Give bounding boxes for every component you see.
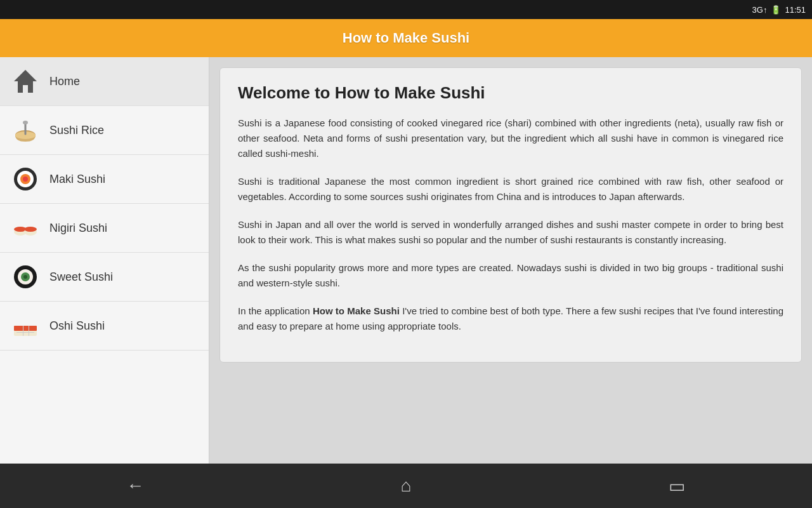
sidebar-label-nigiri-sushi: Nigiri Sushi: [49, 222, 107, 235]
content-paragraph-4: As the sushi popularity grows more and m…: [238, 260, 783, 291]
svg-rect-18: [14, 326, 37, 331]
content-paragraph-5: In the application How to Make Sushi I'v…: [238, 304, 783, 334]
sidebar: Home Sushi Rice: [0, 57, 209, 464]
svg-marker-0: [14, 70, 37, 93]
sidebar-item-maki-sushi[interactable]: Maki Sushi: [0, 155, 209, 204]
sidebar-item-oshi-sushi[interactable]: Oshi Sushi: [0, 302, 209, 351]
sweet-icon: [10, 262, 41, 292]
content-area: Welcome to How to Make Sushi Sushi is a …: [209, 57, 812, 464]
svg-rect-19: [16, 332, 34, 333]
sidebar-item-home[interactable]: Home: [0, 57, 209, 106]
svg-rect-20: [23, 326, 23, 336]
sidebar-item-sushi-rice[interactable]: Sushi Rice: [0, 106, 209, 155]
home-icon: [10, 66, 41, 97]
recent-button[interactable]: ▭: [652, 470, 702, 502]
svg-point-12: [24, 227, 37, 232]
svg-point-4: [23, 121, 28, 124]
sidebar-label-sushi-rice: Sushi Rice: [49, 124, 104, 137]
battery-icon: 🔋: [771, 5, 781, 15]
content-paragraph-1: Sushi is a Japanese food consisting of c…: [238, 116, 783, 161]
header-title: How to Make Sushi: [343, 30, 469, 46]
sidebar-label-home: Home: [49, 75, 80, 88]
status-bar: 3G↑ 🔋 11:51: [0, 0, 812, 19]
svg-point-8: [23, 177, 28, 182]
content-title: Welcome to How to Make Sushi: [238, 83, 783, 103]
signal-indicator: 3G↑: [752, 5, 768, 15]
svg-rect-21: [29, 326, 29, 336]
sidebar-item-sweet-sushi[interactable]: Sweet Sushi: [0, 253, 209, 302]
oshi-icon: [10, 311, 41, 341]
sidebar-label-sweet-sushi: Sweet Sushi: [49, 271, 113, 284]
bottom-nav: ← ⌂ ▭: [0, 464, 812, 508]
content-paragraph-2: Sushi is traditional Japanese the most c…: [238, 174, 783, 204]
sidebar-item-nigiri-sushi[interactable]: Nigiri Sushi: [0, 204, 209, 253]
home-button[interactable]: ⌂: [381, 470, 431, 502]
main-layout: Home Sushi Rice: [0, 57, 812, 464]
rice-icon: [10, 115, 41, 145]
sidebar-label-oshi-sushi: Oshi Sushi: [49, 319, 105, 333]
content-card: Welcome to How to Make Sushi Sushi is a …: [219, 67, 802, 363]
clock: 11:51: [785, 5, 806, 15]
svg-point-16: [23, 275, 27, 279]
maki-icon: [10, 164, 41, 194]
app-header: How to Make Sushi: [0, 19, 812, 57]
sidebar-label-maki-sushi: Maki Sushi: [49, 173, 105, 186]
back-button[interactable]: ←: [110, 470, 160, 502]
app-name-bold: How to Make Sushi: [313, 305, 400, 316]
content-paragraph-3: Sushi in Japan and all over the world is…: [238, 217, 783, 248]
app-container: How to Make Sushi Home: [0, 19, 812, 508]
nigiri-icon: [10, 213, 41, 243]
